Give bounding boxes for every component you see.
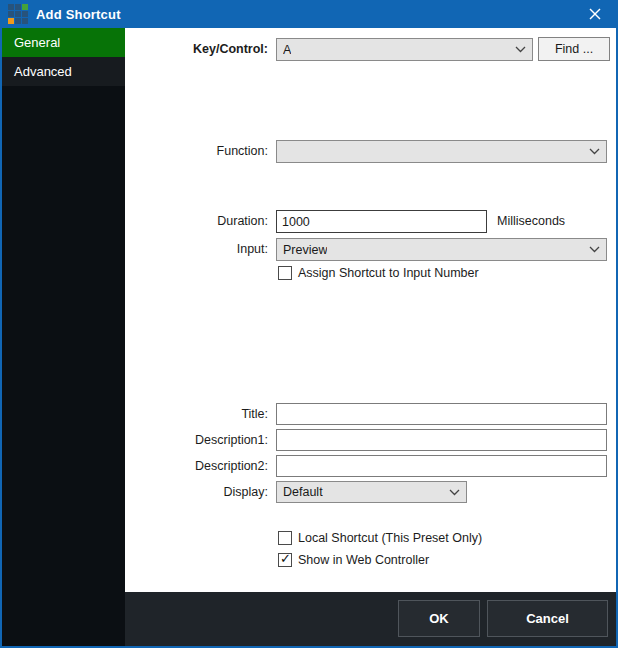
sidebar-item-general[interactable]: General (2, 28, 125, 57)
description1-label: Description1: (125, 429, 268, 451)
display-label: Display: (125, 481, 268, 503)
general-panel: Key/Control: A Find ... Function: Durati… (125, 28, 616, 592)
sidebar: General Advanced (2, 28, 125, 646)
duration-input[interactable] (276, 210, 487, 233)
find-button[interactable]: Find ... (538, 37, 610, 61)
input-value: Preview (283, 243, 327, 257)
close-button[interactable] (574, 0, 616, 28)
checkbox-box[interactable] (278, 553, 292, 567)
checkbox-box[interactable] (278, 531, 292, 545)
chevron-down-icon (589, 246, 600, 253)
key-control-label: Key/Control: (125, 38, 268, 61)
footer-bar: OK Cancel (125, 592, 616, 646)
duration-label: Duration: (125, 210, 268, 233)
description2-input[interactable] (276, 455, 607, 477)
key-control-select[interactable]: A (276, 38, 533, 61)
description2-label: Description2: (125, 455, 268, 477)
function-label: Function: (125, 140, 268, 163)
input-label: Input: (125, 238, 268, 261)
display-value: Default (283, 485, 323, 499)
window-title: Add Shortcut (36, 7, 121, 22)
description1-input[interactable] (276, 429, 607, 451)
add-shortcut-dialog: Add Shortcut General Advanced Key/Contro… (0, 0, 618, 648)
local-shortcut-label: Local Shortcut (This Preset Only) (298, 531, 482, 545)
assign-shortcut-checkbox[interactable]: Assign Shortcut to Input Number (278, 266, 479, 280)
app-grid-icon (8, 4, 28, 24)
function-select[interactable] (276, 140, 607, 163)
sidebar-item-label: Advanced (14, 64, 72, 79)
checkbox-box[interactable] (278, 266, 292, 280)
chevron-down-icon (515, 46, 526, 53)
key-control-value: A (283, 43, 291, 57)
local-shortcut-checkbox[interactable]: Local Shortcut (This Preset Only) (278, 531, 482, 545)
display-select[interactable]: Default (276, 481, 467, 503)
chevron-down-icon (589, 148, 600, 155)
title-label: Title: (125, 403, 268, 425)
assign-shortcut-label: Assign Shortcut to Input Number (298, 266, 479, 280)
input-select[interactable]: Preview (276, 238, 607, 261)
title-input[interactable] (276, 403, 607, 425)
chevron-down-icon (449, 489, 460, 496)
web-controller-checkbox[interactable]: Show in Web Controller (278, 553, 429, 567)
sidebar-item-advanced[interactable]: Advanced (2, 57, 125, 86)
web-controller-label: Show in Web Controller (298, 553, 429, 567)
cancel-button[interactable]: Cancel (487, 600, 608, 637)
sidebar-item-label: General (14, 35, 60, 50)
close-icon (589, 8, 601, 20)
title-bar: Add Shortcut (2, 0, 616, 28)
milliseconds-label: Milliseconds (497, 210, 565, 233)
ok-button[interactable]: OK (398, 600, 480, 637)
